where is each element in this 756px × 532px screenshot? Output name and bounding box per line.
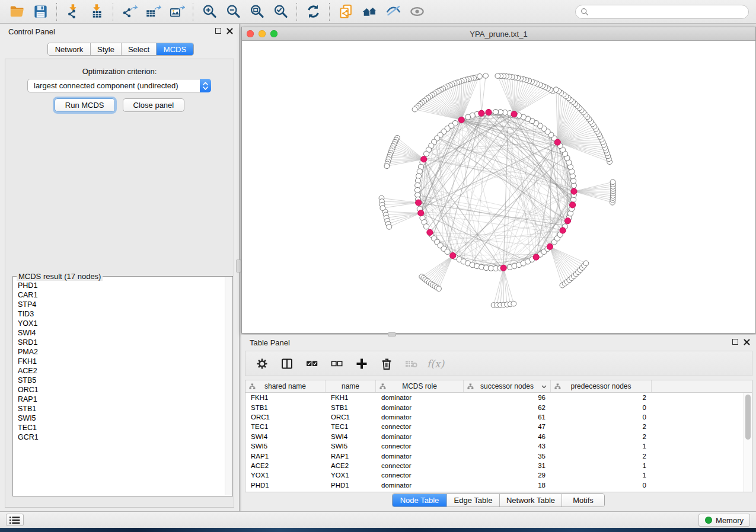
table-scrollbar-thumb[interactable] — [745, 395, 751, 440]
graph-hub-node[interactable] — [554, 139, 560, 145]
zoom-fit-button[interactable] — [245, 2, 269, 22]
mcds-result-item[interactable]: FKH1 — [18, 357, 225, 366]
graph-hub-node[interactable] — [511, 111, 517, 117]
tab-style[interactable]: Style — [91, 43, 122, 55]
table-row[interactable]: STB1STB1dominator620 — [245, 402, 744, 412]
graph-hub-node[interactable] — [458, 117, 464, 123]
mcds-result-item[interactable]: GCR1 — [18, 432, 225, 442]
splitter-handle[interactable] — [236, 259, 241, 273]
zoom-out-button[interactable] — [221, 2, 245, 22]
search-field[interactable] — [575, 5, 749, 19]
table-row[interactable]: RAP1RAP1dominator352 — [245, 451, 744, 460]
table-row[interactable]: FKH1FKH1dominator962 — [245, 393, 744, 402]
add-column-button[interactable] — [352, 354, 371, 373]
tab-network-table[interactable]: Network Table — [500, 494, 562, 507]
task-history-button[interactable] — [6, 514, 24, 526]
zoom-selected-button[interactable] — [269, 2, 292, 22]
mcds-result-item[interactable]: SWI4 — [18, 328, 225, 338]
show-columns-button[interactable] — [277, 354, 296, 373]
tab-mcds[interactable]: MCDS — [157, 43, 193, 55]
close-panel-button[interactable] — [226, 27, 233, 34]
float-table-panel-button[interactable] — [732, 339, 738, 345]
mcds-result-item[interactable]: YOX1 — [18, 319, 225, 328]
export-image-button[interactable] — [165, 2, 189, 22]
mcds-result-item[interactable]: ACE2 — [18, 366, 225, 376]
graph-satellite-node[interactable] — [495, 73, 500, 79]
graph-satellite-node[interactable] — [610, 180, 615, 185]
graph-hub-node[interactable] — [533, 254, 539, 260]
graph-hub-node[interactable] — [570, 202, 576, 208]
graph-satellite-node[interactable] — [483, 73, 489, 78]
table-scrollbar[interactable] — [744, 393, 752, 492]
run-mcds-button[interactable]: Run MCDS — [55, 98, 115, 112]
table-row[interactable]: ACE2ACE2connector311 — [245, 461, 744, 470]
column-header-name[interactable]: name — [326, 380, 376, 392]
graph-satellite-node[interactable] — [384, 164, 390, 169]
table-row[interactable]: SWI5SWI5connector431 — [245, 441, 744, 451]
graph-hub-node[interactable] — [427, 229, 433, 235]
import-network-button[interactable] — [61, 2, 85, 22]
table-row[interactable]: ORC1ORC1dominator610 — [245, 412, 744, 422]
table-row[interactable]: PHD1PHD1dominator180 — [245, 480, 744, 490]
save-session-button[interactable] — [28, 2, 52, 22]
close-table-panel-button[interactable] — [743, 338, 750, 345]
hide-panel-button[interactable] — [381, 2, 405, 22]
graph-node[interactable] — [465, 114, 471, 120]
graph-node[interactable] — [424, 151, 429, 156]
export-network-button[interactable] — [117, 2, 141, 22]
open-file-button[interactable] — [5, 2, 28, 22]
graph-hub-node[interactable] — [450, 252, 456, 258]
mcds-result-item[interactable]: TID3 — [18, 309, 225, 319]
mcds-result-item[interactable]: CAR1 — [18, 290, 225, 300]
zoom-in-button[interactable] — [197, 2, 221, 22]
graph-node[interactable] — [493, 109, 498, 114]
graph-satellite-node[interactable] — [554, 87, 559, 92]
duplicate-network-button[interactable] — [334, 2, 358, 22]
tab-node-table[interactable]: Node Table — [393, 494, 447, 507]
mcds-result-item[interactable]: SRD1 — [18, 338, 225, 347]
graph-satellite-node[interactable] — [477, 73, 483, 79]
float-panel-button[interactable] — [215, 28, 221, 34]
graph-hub-node[interactable] — [500, 265, 506, 271]
graph-hub-node[interactable] — [571, 188, 577, 194]
mcds-result-item[interactable]: ORC1 — [18, 385, 225, 395]
column-header-successor-nodes[interactable]: successor nodes — [464, 380, 551, 392]
column-header-predecessor-nodes[interactable]: predecessor nodes — [551, 380, 652, 392]
network-window-titlebar[interactable]: YPA_prune.txt_1 — [242, 27, 755, 41]
graph-satellite-node[interactable] — [380, 206, 385, 211]
graph-satellite-node[interactable] — [583, 261, 589, 266]
export-table-button[interactable] — [141, 2, 165, 22]
mcds-result-item[interactable]: TEC1 — [18, 423, 225, 432]
mcds-result-item[interactable]: PHD1 — [18, 281, 225, 290]
graph-node[interactable] — [445, 249, 450, 254]
close-panel-action-button[interactable]: Close panel — [123, 98, 185, 112]
mcds-result-item[interactable]: SWI5 — [18, 414, 225, 423]
graph-satellite-node[interactable] — [412, 107, 417, 112]
deselect-all-button[interactable] — [327, 354, 346, 373]
graph-hub-node[interactable] — [479, 110, 484, 116]
window-zoom-button[interactable] — [270, 30, 277, 37]
settings-gear-button[interactable] — [253, 354, 272, 373]
table-row[interactable]: TEC1TEC1connector472 — [245, 422, 744, 431]
mcds-list-scrollbar[interactable] — [225, 277, 232, 495]
window-close-button[interactable] — [247, 30, 254, 37]
mcds-result-item[interactable]: STP4 — [18, 300, 225, 309]
memory-button[interactable]: Memory — [698, 514, 750, 527]
home-view-button[interactable] — [358, 2, 381, 22]
table-row[interactable]: YOX1YOX1connector291 — [245, 470, 744, 480]
import-table-button[interactable] — [85, 2, 109, 22]
graph-hub-node[interactable] — [421, 156, 427, 162]
graph-hub-node[interactable] — [560, 227, 566, 233]
graph-hub-node[interactable] — [416, 200, 422, 206]
tab-edge-table[interactable]: Edge Table — [447, 494, 500, 507]
refresh-view-button[interactable] — [301, 2, 325, 22]
column-header-MCDS-role[interactable]: MCDS role — [376, 380, 464, 392]
graph-satellite-node[interactable] — [436, 286, 442, 291]
tab-network[interactable]: Network — [48, 43, 91, 55]
network-graph[interactable] — [242, 41, 755, 333]
graph-hub-node[interactable] — [547, 243, 553, 249]
graph-node[interactable] — [424, 224, 429, 229]
mcds-result-item[interactable]: STB1 — [18, 404, 225, 414]
graph-hub-node[interactable] — [418, 210, 424, 216]
tab-select[interactable]: Select — [122, 43, 157, 55]
